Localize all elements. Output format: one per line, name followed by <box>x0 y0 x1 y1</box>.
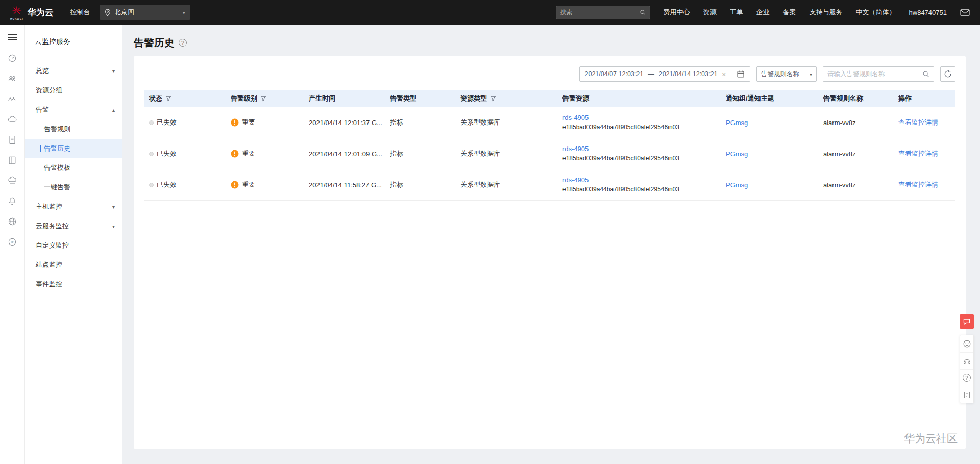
overview-gauge-icon[interactable] <box>6 52 18 64</box>
brand-title[interactable]: 华为云 <box>28 7 54 18</box>
chevron-down-icon: ▾ <box>112 68 115 74</box>
chevron-up-icon: ▴ <box>112 107 115 113</box>
main-content: 告警历史 ? 2021/04/07 12:03:21 — 2021/04/14 … <box>122 25 980 464</box>
alarm-type: 指标 <box>390 118 403 127</box>
topbar-menu-enterprise[interactable]: 企业 <box>756 8 770 17</box>
topbar-menu-resources[interactable]: 资源 <box>703 8 717 17</box>
global-search[interactable] <box>556 6 650 19</box>
view-monitor-detail-link[interactable]: 查看监控详情 <box>898 149 938 158</box>
sidebar-item-alarm-templates[interactable]: 告警模板 <box>24 158 122 178</box>
sidebar-item-site-monitoring[interactable]: 站点监控 <box>24 255 122 275</box>
survey-form-icon <box>963 390 971 399</box>
help-button[interactable]: ? <box>960 369 973 386</box>
monitor-wave-icon[interactable] <box>6 93 18 105</box>
shell: IP 云监控服务 总览 ▾ 资源分组 告警 ▴ 告警规则 告警历史 告警模板 一… <box>0 25 980 464</box>
topbar-menu-support[interactable]: 支持与服务 <box>810 8 843 17</box>
mail-icon[interactable] <box>960 9 970 16</box>
search-icon[interactable] <box>640 9 646 16</box>
cloud-storage-icon[interactable] <box>6 175 18 187</box>
sidebar-item-label: 总览 <box>36 66 49 76</box>
notebook-icon[interactable] <box>6 154 18 166</box>
region-name: 北京四 <box>114 8 134 17</box>
sidebar-item-host-monitoring[interactable]: 主机监控 ▾ <box>24 197 122 216</box>
rule-search-input[interactable] <box>827 70 922 78</box>
assist-button-group: ? <box>960 335 974 403</box>
sidebar-item-alarm-rules[interactable]: 告警规则 <box>24 119 122 139</box>
resource-type: 关系型数据库 <box>460 180 500 189</box>
date-range-end[interactable]: 2021/04/14 12:03:21 <box>659 70 718 78</box>
notification-topic-link[interactable]: PGmsg <box>726 119 748 127</box>
search-icon[interactable] <box>922 70 929 78</box>
view-monitor-detail-link[interactable]: 查看监控详情 <box>898 118 938 127</box>
date-range-picker[interactable]: 2021/04/07 12:03:21 — 2021/04/14 12:03:2… <box>579 66 751 82</box>
sidebar-item-alarm[interactable]: 告警 ▴ <box>24 100 122 119</box>
topbar-menu-language[interactable]: 中文（简体） <box>856 8 896 17</box>
online-support-button[interactable] <box>960 352 973 369</box>
ip-service-icon[interactable]: IP <box>6 236 18 248</box>
clear-date-icon[interactable]: × <box>722 70 726 78</box>
col-severity: 告警级别 <box>231 94 257 103</box>
generated-time: 2021/04/14 12:01:09 G... <box>309 150 382 158</box>
resource-name-link[interactable]: rds-4905 <box>562 176 589 184</box>
sidebar-item-event-monitoring[interactable]: 事件监控 <box>24 275 122 294</box>
sidebar-item-overview[interactable]: 总览 ▾ <box>24 61 122 81</box>
sidebar-item-resource-groups[interactable]: 资源分组 <box>24 81 122 100</box>
severity-major-icon <box>231 181 239 189</box>
view-monitor-detail-link[interactable]: 查看监控详情 <box>898 180 938 189</box>
rule-name-select[interactable]: 告警规则名称 ▾ <box>756 66 817 82</box>
col-notification: 通知组/通知主题 <box>726 94 774 103</box>
date-range-start[interactable]: 2021/04/07 12:03:21 <box>585 70 644 78</box>
alarm-rule-name: alarm-vv8z <box>823 181 856 189</box>
cloud-server-icon[interactable] <box>6 113 18 126</box>
notification-topic-link[interactable]: PGmsg <box>726 150 748 158</box>
generated-time: 2021/04/14 12:01:37 G... <box>309 119 382 127</box>
topbar-menu-account[interactable]: hw84740751 <box>909 9 947 16</box>
calendar-icon[interactable] <box>737 70 745 78</box>
feedback-form-button[interactable] <box>960 386 973 403</box>
huawei-logo[interactable]: HUAWEI <box>10 5 23 20</box>
sidebar-item-label: 站点监控 <box>36 260 62 270</box>
svg-text:IP: IP <box>11 241 14 244</box>
filter-funnel-icon[interactable] <box>260 95 266 102</box>
chevron-down-icon: ▾ <box>810 71 812 77</box>
hamburger-menu-icon[interactable] <box>8 33 17 42</box>
resource-type: 关系型数据库 <box>460 149 500 158</box>
sidebar-item-one-click-alarm[interactable]: 一键告警 <box>24 178 122 197</box>
location-pin-icon <box>105 9 111 16</box>
global-search-input[interactable] <box>560 9 640 16</box>
sidebar-item-label: 告警 <box>36 105 49 114</box>
sidebar-item-alarm-history[interactable]: 告警历史 <box>24 139 122 158</box>
topbar-menu-icp-filing[interactable]: 备案 <box>783 8 796 17</box>
status-text: 已失效 <box>157 118 177 127</box>
filter-funnel-icon[interactable] <box>165 95 172 102</box>
rule-search[interactable] <box>823 66 934 82</box>
resource-name-link[interactable]: rds-4905 <box>562 145 589 153</box>
status-text: 已失效 <box>157 149 177 158</box>
sidebar-item-custom-monitoring[interactable]: 自定义监控 <box>24 236 122 255</box>
col-operation: 操作 <box>898 94 912 103</box>
refresh-icon <box>944 70 952 78</box>
resource-id: e185bad039a44ba78905c80afef29546in03 <box>562 185 721 194</box>
alarm-history-card: 2021/04/07 12:03:21 — 2021/04/14 12:03:2… <box>134 56 966 449</box>
sidebar-item-label: 告警模板 <box>44 163 70 173</box>
page-help-icon[interactable]: ? <box>179 39 187 47</box>
sidebar-item-label: 告警规则 <box>44 125 70 134</box>
refresh-button[interactable] <box>940 66 955 82</box>
resource-name-link[interactable]: rds-4905 <box>562 114 589 121</box>
sidebar-item-cloud-service-monitoring[interactable]: 云服务监控 ▾ <box>24 216 122 236</box>
resource-group-icon[interactable] <box>6 72 18 85</box>
website-globe-icon[interactable] <box>6 215 18 228</box>
feedback-chat-button[interactable] <box>960 314 974 329</box>
region-selector[interactable]: 北京四 ▾ <box>100 5 190 20</box>
document-icon[interactable] <box>6 134 18 146</box>
topbar-menu-tickets[interactable]: 工单 <box>730 8 743 17</box>
filter-funnel-icon[interactable] <box>490 95 496 102</box>
selected-indicator <box>40 145 41 152</box>
topbar-menu-billing-center[interactable]: 费用中心 <box>664 8 690 17</box>
console-link[interactable]: 控制台 <box>70 8 90 17</box>
alert-bell-icon[interactable] <box>6 195 18 207</box>
satisfaction-survey-button[interactable] <box>960 335 973 352</box>
severity-major-icon <box>231 150 239 158</box>
sidebar-item-label: 告警历史 <box>44 144 70 153</box>
notification-topic-link[interactable]: PGmsg <box>726 181 748 189</box>
